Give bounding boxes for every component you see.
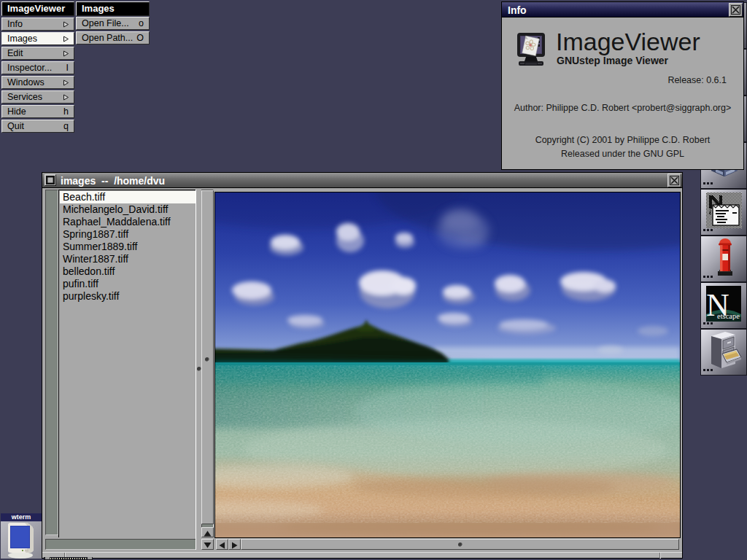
svg-text:etscape: etscape [717,312,740,320]
